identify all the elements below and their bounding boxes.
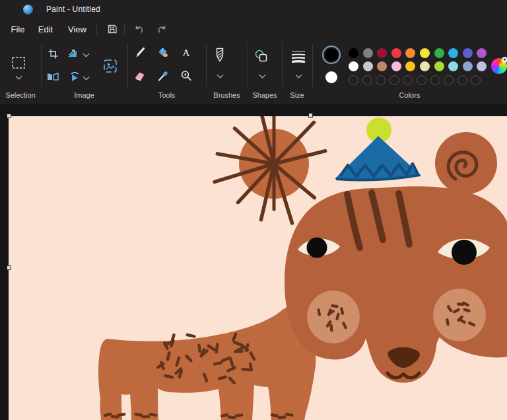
menu-bar: File Edit View	[0, 18, 507, 40]
undo-icon	[133, 23, 145, 35]
empty-color-slot[interactable]	[389, 75, 399, 85]
color-swatch[interactable]	[448, 61, 458, 71]
save-button[interactable]	[105, 22, 119, 36]
empty-color-slot[interactable]	[403, 75, 413, 85]
eraser-tool-button[interactable]	[131, 67, 149, 85]
shapes-icon	[254, 48, 269, 64]
selection-handle-left-middle[interactable]	[7, 265, 11, 270]
group-label-shapes: Shapes	[248, 91, 282, 100]
fill-bucket-icon	[156, 46, 170, 59]
rotate-button[interactable]	[66, 68, 83, 85]
color-swatch[interactable]	[377, 48, 387, 58]
color-swatch[interactable]	[477, 61, 487, 71]
rotate-dropdown-chevron-icon[interactable]	[83, 74, 90, 81]
color-swatch[interactable]	[377, 61, 387, 71]
color-swatch[interactable]	[363, 61, 373, 71]
color-swatch[interactable]	[420, 48, 430, 58]
selection-dropdown-chevron-icon[interactable]	[16, 73, 22, 80]
color-swatch[interactable]	[391, 48, 401, 58]
selection-tool-button[interactable]	[10, 54, 27, 71]
size-dropdown-chevron-icon[interactable]	[296, 72, 302, 79]
resize-icon	[67, 48, 79, 59]
group-separator	[41, 44, 42, 87]
empty-color-slot[interactable]	[457, 75, 467, 85]
color-swatch[interactable]	[349, 48, 358, 58]
size-button[interactable]	[290, 48, 307, 65]
shapes-button[interactable]	[253, 48, 270, 65]
flip-icon	[47, 72, 59, 81]
pencil-tool-button[interactable]	[131, 44, 149, 61]
shapes-dropdown-chevron-icon[interactable]	[259, 72, 266, 79]
color-swatch[interactable]	[434, 61, 444, 71]
empty-color-slot[interactable]	[430, 75, 440, 85]
empty-color-slot[interactable]	[376, 75, 386, 85]
menu-edit[interactable]: Edit	[33, 18, 58, 40]
menu-separator	[124, 23, 125, 35]
empty-color-slot[interactable]	[362, 75, 372, 85]
group-label-tools: Tools	[127, 91, 206, 100]
image-options-button[interactable]	[102, 57, 119, 75]
empty-color-slot[interactable]	[471, 75, 481, 85]
color-swatch[interactable]	[448, 48, 458, 58]
menu-separator	[96, 23, 97, 35]
animal-body	[98, 305, 316, 420]
group-separator	[312, 44, 313, 87]
color-swatch[interactable]	[391, 61, 401, 71]
drawing-canvas[interactable]	[9, 116, 507, 420]
rotate-icon	[69, 71, 81, 82]
title-bar: Paint - Untitled	[0, 0, 507, 18]
magnifier-tool-button[interactable]	[178, 67, 195, 85]
color-swatch[interactable]	[405, 61, 415, 71]
eyedropper-tool-button[interactable]	[154, 67, 172, 85]
fill-tool-button[interactable]	[154, 44, 172, 61]
brushes-button[interactable]	[211, 47, 228, 64]
group-label-image: Image	[41, 91, 127, 100]
group-label-colors: Colors	[312, 91, 507, 100]
line-size-icon	[290, 50, 306, 64]
canvas-artwork	[9, 116, 507, 420]
group-separator	[206, 44, 207, 87]
undo-button[interactable]	[132, 22, 147, 36]
brushes-dropdown-chevron-icon[interactable]	[217, 72, 224, 79]
group-label-selection: Selection	[0, 91, 41, 100]
color-swatch[interactable]	[363, 48, 373, 58]
group-separator	[248, 44, 248, 87]
empty-color-slot[interactable]	[444, 75, 454, 85]
color-swatch[interactable]	[434, 48, 444, 58]
group-separator	[282, 44, 283, 87]
resize-dropdown-chevron-icon[interactable]	[83, 51, 90, 57]
pencil-icon	[133, 46, 147, 59]
selection-handle-top-left[interactable]	[7, 114, 11, 118]
redo-icon	[156, 23, 168, 35]
crop-button[interactable]	[44, 45, 61, 62]
flip-button[interactable]	[44, 68, 61, 85]
color-swatch[interactable]	[349, 61, 358, 71]
color-swatch[interactable]	[463, 48, 473, 58]
color-palette	[349, 46, 491, 87]
add-color-plus-icon: +	[502, 57, 507, 63]
color-swatch[interactable]	[420, 61, 430, 71]
group-separator	[127, 44, 128, 87]
window-title: Paint - Untitled	[46, 5, 100, 14]
menu-view[interactable]: View	[63, 18, 91, 40]
selection-handle-top-middle[interactable]	[308, 113, 313, 118]
color-swatch[interactable]	[477, 48, 487, 58]
menu-file[interactable]: File	[5, 18, 30, 40]
eraser-icon	[133, 69, 147, 83]
empty-color-slot[interactable]	[349, 75, 358, 85]
left-cheek	[307, 291, 360, 343]
foreground-color-indicator[interactable]	[325, 48, 338, 61]
ribbon-toolbar: Selection Image	[0, 40, 507, 104]
image-edit-icon	[102, 58, 118, 74]
color-swatch[interactable]	[463, 61, 473, 71]
background-color-indicator[interactable]	[325, 71, 337, 83]
color-swatch[interactable]	[405, 48, 415, 58]
redo-button[interactable]	[154, 22, 169, 36]
empty-color-slot[interactable]	[417, 75, 426, 85]
rectangle-select-icon	[11, 56, 26, 69]
magnifier-icon	[180, 69, 193, 83]
text-tool-button[interactable]: A	[178, 44, 195, 61]
right-cheek	[433, 289, 486, 341]
save-icon	[106, 23, 118, 35]
resize-button[interactable]	[64, 45, 81, 62]
